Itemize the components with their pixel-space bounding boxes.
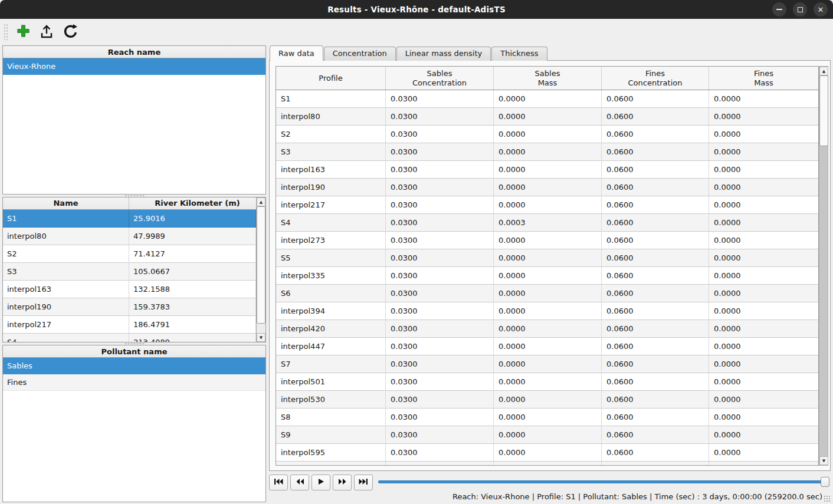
scrollbar-up-button[interactable]: ▲: [257, 197, 265, 206]
app-window: Results - Vieux-Rhône - default-AdisTS ✕…: [0, 0, 833, 504]
tab-linear-mass-density[interactable]: Linear mass density: [396, 47, 491, 61]
toolbar-drag-handle[interactable]: [4, 24, 8, 40]
profile-row-interpol80[interactable]: interpol8047.9989: [3, 228, 256, 245]
cell-sables-mass: 0.0000: [494, 302, 602, 320]
cell-fines-concentration: 0.0600: [602, 179, 709, 196]
cell-sables-concentration: 0.0300: [386, 90, 494, 108]
profile-row-interpol163[interactable]: interpol163132.1588: [3, 281, 256, 298]
skip-start-button[interactable]: [269, 475, 288, 490]
cell-fines-concentration: 0.0600: [602, 161, 709, 179]
cell-sables-mass: 0.0000: [494, 143, 602, 161]
pollutant-item-sables[interactable]: Sables: [3, 358, 265, 374]
title-bar[interactable]: Results - Vieux-Rhône - default-AdisTS ✕: [0, 0, 833, 19]
scrollbar-thumb[interactable]: [257, 206, 265, 324]
play-button[interactable]: [311, 475, 330, 490]
column-header-fines-concentration[interactable]: Fines Concentration: [602, 67, 709, 90]
profile-row-interpol217[interactable]: interpol217186.4791: [3, 316, 256, 334]
cell-fines-concentration: 0.0600: [602, 373, 709, 391]
table-row-interpol335[interactable]: interpol3350.03000.00000.06000.0000: [276, 267, 818, 285]
cell-profile: S2: [276, 126, 386, 143]
cell-sables-concentration: 0.0300: [386, 391, 494, 409]
table-row-interpol595[interactable]: interpol5950.03000.00000.06000.0000: [276, 444, 818, 462]
profile-table-scrollbar[interactable]: ▲ ▼: [256, 197, 265, 342]
tab-thickness[interactable]: Thickness: [491, 47, 547, 61]
tab-concentration[interactable]: Concentration: [324, 47, 396, 61]
table-row-s10[interactable]: S100.03000.00000.06000.0000: [276, 462, 818, 466]
minimize-icon: [776, 9, 782, 10]
skip-end-button[interactable]: [354, 475, 373, 490]
cell-fines-mass: 0.0000: [709, 161, 818, 179]
column-header-name[interactable]: Name: [3, 197, 129, 209]
refresh-button[interactable]: [61, 22, 80, 42]
minimize-button[interactable]: [772, 2, 786, 17]
table-row-s9[interactable]: S90.03000.00000.06000.0000: [276, 426, 818, 444]
time-slider[interactable]: [378, 476, 829, 488]
table-row-interpol217[interactable]: interpol2170.03000.00000.06000.0000: [276, 196, 818, 214]
scrollbar-down-button[interactable]: ▼: [257, 333, 265, 342]
cell-sables-mass: 0.0000: [494, 108, 602, 126]
table-row-s3[interactable]: S30.03000.00000.06000.0000: [276, 143, 818, 161]
table-row-s5[interactable]: S50.03000.00000.06000.0000: [276, 249, 818, 267]
table-row-s1[interactable]: S10.03000.00000.06000.0000: [276, 90, 818, 108]
table-row-interpol273[interactable]: interpol2730.03000.00000.06000.0000: [276, 232, 818, 249]
profile-row-s3[interactable]: S3105.0667: [3, 263, 256, 281]
cell-river-kilometer: 105.0667: [129, 263, 256, 281]
scrollbar-up-button[interactable]: ▲: [819, 67, 828, 75]
tab-raw-data[interactable]: Raw data: [270, 45, 323, 61]
table-row-s8[interactable]: S80.03000.00000.06000.0000: [276, 409, 818, 426]
table-row-s7[interactable]: S70.03000.00000.06000.0000: [276, 355, 818, 373]
data-table-scrollbar[interactable]: ▲ ▼: [819, 66, 828, 466]
resize-grip-icon[interactable]: [824, 495, 830, 502]
profile-row-s2[interactable]: S271.4127: [3, 245, 256, 263]
column-header-fines-mass[interactable]: Fines Mass: [709, 67, 818, 90]
cell-fines-concentration: 0.0600: [602, 285, 709, 302]
table-row-interpol190[interactable]: interpol1900.03000.00000.06000.0000: [276, 179, 818, 196]
cell-profile: S4: [276, 214, 386, 232]
cell-profile: S5: [276, 249, 386, 267]
cell-fines-concentration: 0.0600: [602, 126, 709, 143]
cell-profile: interpol595: [276, 444, 386, 462]
profile-row-interpol190[interactable]: interpol190159.3783: [3, 298, 256, 316]
column-header-profile[interactable]: Profile: [276, 67, 386, 90]
cell-fines-mass: 0.0000: [709, 179, 818, 196]
table-row-interpol394[interactable]: interpol3940.03000.00000.06000.0000: [276, 302, 818, 320]
profile-row-s4[interactable]: S4213.4089: [3, 334, 256, 342]
column-header-river-kilometer-m-[interactable]: River Kilometer (m): [129, 197, 265, 209]
scrollbar-thumb[interactable]: [819, 75, 828, 146]
column-header-sables-mass[interactable]: Sables Mass: [494, 67, 602, 90]
pollutant-list-panel: Pollutant name SablesFines: [2, 345, 266, 502]
table-row-interpol530[interactable]: interpol5300.03000.00000.06000.0000: [276, 391, 818, 409]
table-row-s6[interactable]: S60.03000.00000.06000.0000: [276, 285, 818, 302]
reach-item-vieux-rhone[interactable]: Vieux-Rhone: [3, 58, 265, 75]
scrollbar-down-button[interactable]: ▼: [819, 456, 828, 465]
column-header-sables-concentration[interactable]: Sables Concentration: [386, 67, 494, 90]
slider-groove[interactable]: [378, 480, 829, 483]
profile-row-s1[interactable]: S125.9016: [3, 210, 256, 228]
cell-sables-concentration: 0.0300: [386, 444, 494, 462]
table-row-interpol501[interactable]: interpol5010.03000.00000.06000.0000: [276, 373, 818, 391]
fast-forward-button[interactable]: [333, 475, 352, 490]
export-button[interactable]: [37, 22, 56, 42]
cell-fines-mass: 0.0000: [709, 409, 818, 426]
left-sidebar: Reach name Vieux-Rhone NameRiver Kilomet…: [2, 45, 266, 502]
cell-fines-concentration: 0.0600: [602, 249, 709, 267]
rewind-button[interactable]: [290, 475, 309, 490]
add-button[interactable]: [14, 22, 32, 42]
cell-sables-mass: 0.0000: [494, 444, 602, 462]
close-button[interactable]: ✕: [814, 2, 828, 17]
cell-profile: interpol394: [276, 302, 386, 320]
maximize-button[interactable]: [793, 2, 807, 17]
cell-sables-concentration: 0.0300: [386, 143, 494, 161]
table-row-interpol80[interactable]: interpol800.03000.00000.06000.0000: [276, 108, 818, 126]
pollutant-item-fines[interactable]: Fines: [3, 374, 265, 391]
table-row-s2[interactable]: S20.03000.00000.06000.0000: [276, 126, 818, 143]
refresh-icon: [63, 24, 78, 41]
cell-fines-concentration: 0.0600: [602, 391, 709, 409]
cell-fines-concentration: 0.0600: [602, 462, 709, 466]
table-row-interpol163[interactable]: interpol1630.03000.00000.06000.0000: [276, 161, 818, 179]
table-row-s4[interactable]: S40.03000.00030.06000.0000: [276, 214, 818, 232]
table-row-interpol420[interactable]: interpol4200.03000.00000.06000.0000: [276, 320, 818, 338]
cell-sables-mass: 0.0000: [494, 179, 602, 196]
table-row-interpol447[interactable]: interpol4470.03000.00000.06000.0000: [276, 338, 818, 355]
slider-handle[interactable]: [821, 477, 829, 487]
